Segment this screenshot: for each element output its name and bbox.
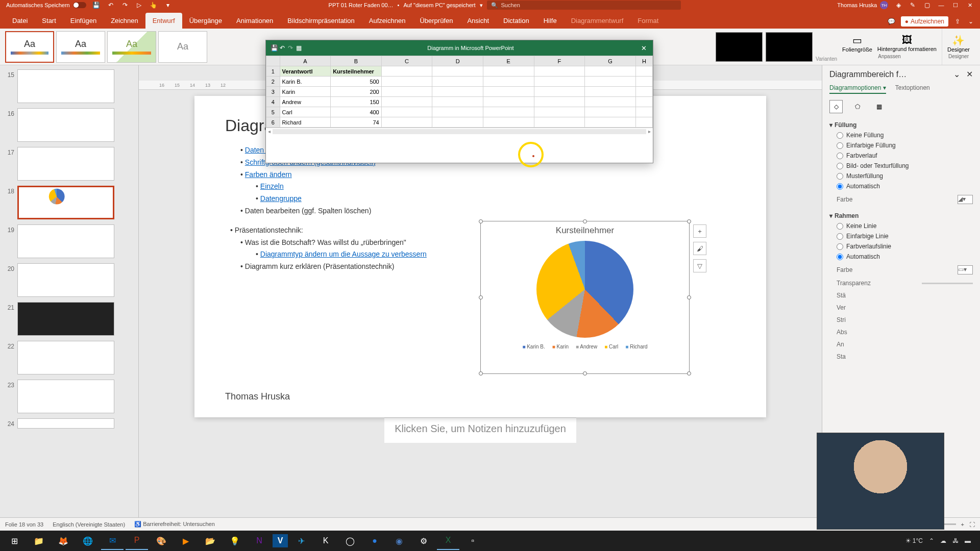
radio-einfarbige-fuellung[interactable]: Einfarbige Füllung <box>837 142 973 149</box>
task-vlc[interactable]: ▶ <box>175 532 197 550</box>
tray-chevron-icon[interactable]: ⌃ <box>929 537 934 544</box>
task-app[interactable]: ▫ <box>461 532 484 550</box>
thumb-18[interactable]: 18 <box>2 186 136 219</box>
diamond-icon[interactable]: ◈ <box>894 1 902 9</box>
excel-chart-icon[interactable]: ▦ <box>295 44 303 52</box>
tab-textoptionen[interactable]: Textoptionen <box>895 84 930 94</box>
minimize-button[interactable]: — <box>937 1 945 9</box>
task-telegram[interactable]: ✈ <box>290 532 312 550</box>
pie-chart[interactable] <box>536 241 633 338</box>
thumb-16[interactable]: 16 <box>2 108 136 142</box>
chart-legend[interactable]: Karin B. Karin Andrew Carl Richard <box>481 344 689 349</box>
task-outlook[interactable]: ✉ <box>101 532 124 550</box>
excel-save-icon[interactable]: 💾 <box>270 44 278 52</box>
tray-onedrive-icon[interactable]: ☁ <box>940 537 946 544</box>
chart-title[interactable]: Kursteilnehmer <box>481 226 689 236</box>
autosave-toggle[interactable]: Automatisches Speichern <box>6 2 86 8</box>
chart-object[interactable]: Kursteilnehmer Karin B. Karin Andrew Car… <box>480 221 690 374</box>
task-powerpoint[interactable]: P <box>126 532 148 550</box>
designer-button[interactable]: ✨Designer <box>947 34 970 53</box>
task-excel[interactable]: X <box>437 532 459 550</box>
zoom-in-icon[interactable]: + <box>961 521 964 528</box>
effects-icon[interactable]: ⬠ <box>851 100 864 113</box>
slide-thumbnails[interactable]: 15 16 17 18 19 20 21 22 23 24 <box>0 65 139 517</box>
task-settings[interactable]: ⚙ <box>412 532 435 550</box>
fit-window-icon[interactable]: ⛶ <box>969 521 975 528</box>
excel-grid[interactable]: A B C D E F G H 1VerantwortlKursteilnehm… <box>266 56 653 135</box>
format-pane-dropdown-icon[interactable]: ⌄ <box>953 70 960 79</box>
fill-color-picker[interactable]: ◢▾ <box>958 195 973 204</box>
excel-close-button[interactable]: ✕ <box>639 44 649 52</box>
task-app[interactable]: 💡 <box>224 532 246 550</box>
tab-zeichnen[interactable]: Zeichnen <box>104 13 145 29</box>
tab-aufzeichnen[interactable]: Aufzeichnen <box>362 13 413 29</box>
thumb-19[interactable]: 19 <box>2 224 136 258</box>
excel-undo-icon[interactable]: ↶ <box>278 44 286 52</box>
variant-item[interactable] <box>716 32 763 62</box>
section-fuellung[interactable]: ▾ Füllung <box>829 121 973 129</box>
redo-icon[interactable]: ↷ <box>121 1 129 9</box>
section-rahmen[interactable]: ▾ Rahmen <box>829 212 973 219</box>
tab-dictation[interactable]: Dictation <box>496 13 536 29</box>
tab-hilfe[interactable]: Hilfe <box>536 13 564 29</box>
thumb-17[interactable]: 17 <box>2 147 136 181</box>
theme-item[interactable]: Aa <box>158 31 207 63</box>
radio-farbverlauf[interactable]: Farbverlauf <box>837 152 973 159</box>
search-input[interactable]: 🔍 Suchen <box>487 1 681 10</box>
qat-more-icon[interactable]: ▾ <box>164 1 172 9</box>
user-account[interactable]: Thomas Hruska TH <box>837 1 888 9</box>
thumb-15[interactable]: 15 <box>2 69 136 103</box>
task-chrome[interactable]: 🌐 <box>77 532 99 550</box>
radio-automatisch-fill[interactable]: Automatisch <box>837 183 973 190</box>
task-app[interactable]: V <box>273 534 288 547</box>
tab-entwurf[interactable]: Entwurf <box>145 13 182 29</box>
thumb-21[interactable]: 21 <box>2 302 136 336</box>
tab-einfuegen[interactable]: Einfügen <box>63 13 104 29</box>
fill-line-icon[interactable]: ◇ <box>829 100 843 113</box>
hintergrund-button[interactable]: 🖼Hintergrund formatieren <box>877 34 937 53</box>
foliengroesse-button[interactable]: ▭Foliengröße <box>842 34 872 53</box>
radio-einfarbige-linie[interactable]: Einfarbige Linie <box>837 233 973 240</box>
touch-icon[interactable]: 👆 <box>150 1 158 9</box>
chart-styles-button[interactable]: 🖌 <box>693 242 706 255</box>
tab-bildschirmpraesentation[interactable]: Bildschirmpräsentation <box>280 13 362 29</box>
tab-ueberpruefen[interactable]: Überprüfen <box>412 13 460 29</box>
task-app[interactable]: 🎨 <box>150 532 173 550</box>
ribbon-collapse-icon[interactable]: ⌄ <box>967 17 975 26</box>
pen-icon[interactable]: ✎ <box>909 1 917 9</box>
tab-ansicht[interactable]: Ansicht <box>460 13 496 29</box>
record-button[interactable]: ●Aufzeichnen <box>901 16 948 27</box>
radio-musterfuellung[interactable]: Musterfüllung <box>837 172 973 180</box>
notes-pane[interactable]: Klicken Sie, um Notizen hinzuzufügen <box>384 417 576 443</box>
task-app[interactable]: ◉ <box>388 532 410 550</box>
radio-automatisch-border[interactable]: Automatisch <box>837 253 973 260</box>
tab-datei[interactable]: Datei <box>5 13 35 29</box>
radio-keine-fuellung[interactable]: Keine Füllung <box>837 132 973 139</box>
theme-gallery[interactable]: Aa Aa Aa Aa <box>5 31 207 63</box>
thumb-20[interactable]: 20 <box>2 263 136 297</box>
tray-network-icon[interactable]: 🖧 <box>952 537 959 544</box>
tab-format[interactable]: Format <box>630 13 666 29</box>
comments-icon[interactable]: 💬 <box>888 17 896 26</box>
undo-icon[interactable]: ↶ <box>107 1 115 9</box>
maximize-button[interactable]: ☐ <box>951 1 960 9</box>
tab-diagrammentwurf[interactable]: Diagrammentwurf <box>564 13 631 29</box>
transparency-slider[interactable] <box>922 283 973 284</box>
task-explorer[interactable]: 📁 <box>28 532 50 550</box>
close-button[interactable]: ✕ <box>966 1 974 9</box>
size-icon[interactable]: ▦ <box>872 100 886 113</box>
theme-item[interactable]: Aa <box>5 31 54 63</box>
chart-elements-button[interactable]: + <box>693 224 706 238</box>
tab-diagrammoptionen[interactable]: Diagrammoptionen ▾ <box>829 84 886 94</box>
window-icon[interactable]: ▢ <box>923 1 931 9</box>
tray-battery-icon[interactable]: ▬ <box>965 537 971 544</box>
tab-animationen[interactable]: Animationen <box>229 13 280 29</box>
radio-farbverlaufslinie[interactable]: Farbverlaufslinie <box>837 243 973 250</box>
excel-redo-icon[interactable]: ↷ <box>286 44 295 52</box>
share-icon[interactable]: ⇪ <box>953 17 962 26</box>
radio-keine-linie[interactable]: Keine Linie <box>837 222 973 230</box>
save-icon[interactable]: 💾 <box>92 1 101 9</box>
start-button[interactable]: ⊞ <box>3 532 26 550</box>
task-app[interactable]: ● <box>363 532 386 550</box>
accessibility-check[interactable]: ♿ Barrierefreiheit: Untersuchen <box>134 521 215 528</box>
